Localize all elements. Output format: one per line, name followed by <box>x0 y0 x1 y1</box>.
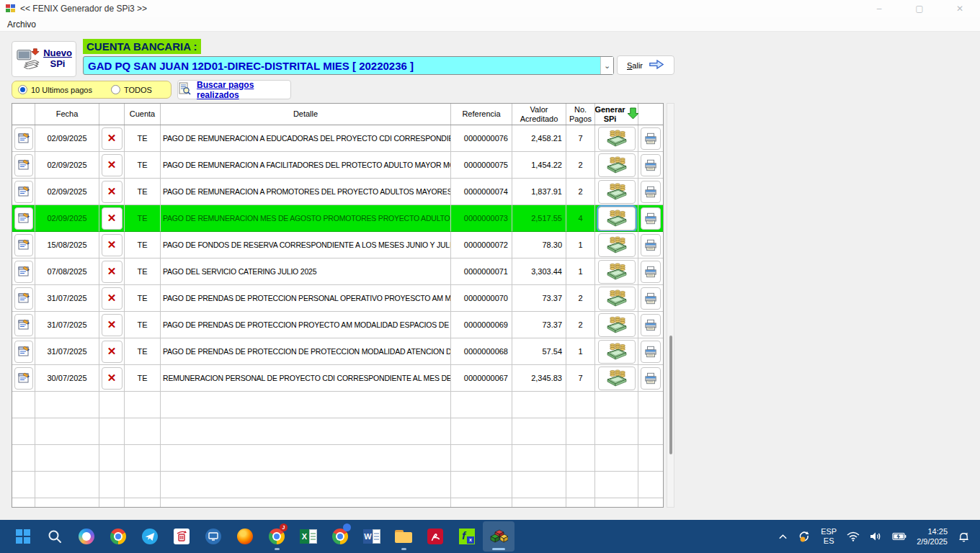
acrobat-app[interactable] <box>419 521 451 552</box>
taskbar: J X W <box>0 520 980 553</box>
buscar-pagos-button[interactable]: Buscar pagos realizados <box>177 80 291 99</box>
maximize-button[interactable]: ▢ <box>899 0 940 17</box>
salir-button[interactable]: Salir <box>617 55 674 75</box>
edit-record-button[interactable] <box>14 234 33 256</box>
radio-unselected-icon <box>111 85 120 94</box>
valor-cell: 3,303.44 <box>512 258 566 285</box>
menu-bar: Archivo <box>0 17 980 32</box>
pagos-cell: 2 <box>566 179 595 205</box>
menu-archivo[interactable]: Archivo <box>0 19 43 30</box>
generate-spi-button[interactable] <box>598 340 636 364</box>
folder-icon <box>395 530 412 543</box>
generate-spi-button[interactable] <box>598 127 636 150</box>
chrome-profile-j-app[interactable]: J <box>261 521 293 552</box>
generate-spi-button[interactable] <box>598 287 636 310</box>
firefox-app[interactable] <box>229 521 261 552</box>
print-button[interactable] <box>641 341 661 363</box>
salir-label: Salir <box>627 61 643 70</box>
detalle-cell: PAGO DE REMUNERACION A PROMOTORES DEL PR… <box>161 179 451 205</box>
delete-record-button[interactable]: ✕ <box>102 287 122 310</box>
pagos-cell: 2 <box>566 312 595 338</box>
search-icon <box>47 529 63 544</box>
table-row: 02/09/2025 ✕ TE PAGO DE REMUNERACION A F… <box>12 152 663 179</box>
notification-bell-icon[interactable]: z <box>958 531 970 543</box>
delete-record-button[interactable]: ✕ <box>102 127 122 150</box>
radio-todos[interactable]: TODOS <box>111 85 152 94</box>
table-scrollbar[interactable] <box>667 103 674 508</box>
pagos-cell: 7 <box>566 365 595 392</box>
referencia-cell: 0000000075 <box>451 152 512 179</box>
sync-status-icon[interactable] <box>798 530 811 543</box>
generate-spi-button[interactable] <box>598 153 636 177</box>
battery-icon[interactable] <box>892 532 906 541</box>
word-app[interactable]: W <box>356 521 388 552</box>
edit-record-button[interactable] <box>14 314 33 336</box>
wifi-icon[interactable] <box>847 531 860 541</box>
radio-10-ultimos-pagos[interactable]: 10 Ultimos pagos <box>18 85 92 94</box>
edit-record-button[interactable] <box>14 154 33 176</box>
remote-desktop-app[interactable] <box>197 521 229 552</box>
generate-spi-button[interactable] <box>598 260 636 284</box>
cuenta-cell: TE <box>125 365 161 392</box>
scrollbar-thumb[interactable] <box>669 336 672 454</box>
print-button[interactable] <box>641 287 661 310</box>
delete-record-button[interactable]: ✕ <box>102 234 122 256</box>
edit-record-button[interactable] <box>14 181 33 203</box>
title-bar: << FENIX Generador de SPi3 >> – ▢ ✕ <box>0 0 980 17</box>
cuenta-cell: TE <box>125 232 161 258</box>
delete-record-button[interactable]: ✕ <box>102 261 122 283</box>
excel-app[interactable]: X <box>293 521 324 552</box>
edit-record-button[interactable] <box>14 341 33 363</box>
tray-clock[interactable]: 14:25 2/9/2025 <box>917 526 948 547</box>
detalle-cell: PAGO DE PRENDAS DE PROTECCION PERSONAL O… <box>161 285 451 312</box>
print-button[interactable] <box>641 314 661 336</box>
generate-spi-button[interactable] <box>598 233 636 257</box>
taskbar-search[interactable] <box>39 521 71 552</box>
print-button[interactable] <box>641 234 661 256</box>
referencia-cell: 0000000071 <box>451 258 512 285</box>
edit-record-button[interactable] <box>14 127 33 150</box>
volume-icon[interactable] <box>870 531 882 541</box>
cuenta-cell: TE <box>125 285 161 312</box>
nuevo-spi-button[interactable]: Nuevo SPi <box>12 41 76 77</box>
edit-record-button[interactable] <box>14 261 33 283</box>
print-cell <box>638 205 663 232</box>
generate-spi-button[interactable] <box>598 313 636 337</box>
tray-chevron-up-icon[interactable] <box>778 534 788 540</box>
edit-record-button[interactable] <box>14 367 33 390</box>
delete-record-button[interactable]: ✕ <box>102 341 122 363</box>
file-explorer-app[interactable] <box>388 521 419 552</box>
delete-record-button[interactable]: ✕ <box>102 154 122 176</box>
delete-record-button[interactable]: ✕ <box>102 181 122 203</box>
print-button[interactable] <box>641 154 661 176</box>
generate-spi-button[interactable] <box>598 180 636 204</box>
delete-record-button[interactable]: ✕ <box>102 207 122 230</box>
copilot-app[interactable] <box>71 521 102 552</box>
edit-cell <box>12 365 35 392</box>
telegram-app[interactable] <box>134 521 166 552</box>
fecha-cell: 02/09/2025 <box>35 205 99 232</box>
recycle-app[interactable] <box>166 521 197 552</box>
print-button[interactable] <box>641 261 661 283</box>
visual-foxpro-app-active[interactable] <box>483 521 514 552</box>
generate-spi-button[interactable] <box>598 367 636 390</box>
minimize-button[interactable]: – <box>859 0 899 17</box>
close-button[interactable]: ✕ <box>940 0 980 17</box>
chevron-down-icon[interactable]: ⌄ <box>600 57 613 74</box>
print-button[interactable] <box>641 367 661 390</box>
delete-record-button[interactable]: ✕ <box>102 314 122 336</box>
print-button[interactable] <box>641 181 661 203</box>
generate-spi-button[interactable] <box>598 207 636 230</box>
chrome-app[interactable] <box>102 521 134 552</box>
bank-account-dropdown[interactable]: GAD PQ SAN JUAN 12D01-DIREC-DISTRITAL MI… <box>83 56 614 75</box>
fenix-app[interactable]: fx <box>451 521 483 552</box>
language-indicator[interactable]: ESP ES <box>821 527 837 546</box>
delete-record-button[interactable]: ✕ <box>102 367 122 390</box>
print-button[interactable] <box>641 207 661 230</box>
print-button[interactable] <box>641 127 661 150</box>
chrome-profile-2-app[interactable] <box>324 521 356 552</box>
profile-j-badge: J <box>280 523 288 531</box>
start-button[interactable] <box>7 521 39 552</box>
edit-record-button[interactable] <box>14 207 33 230</box>
edit-record-button[interactable] <box>14 287 33 310</box>
